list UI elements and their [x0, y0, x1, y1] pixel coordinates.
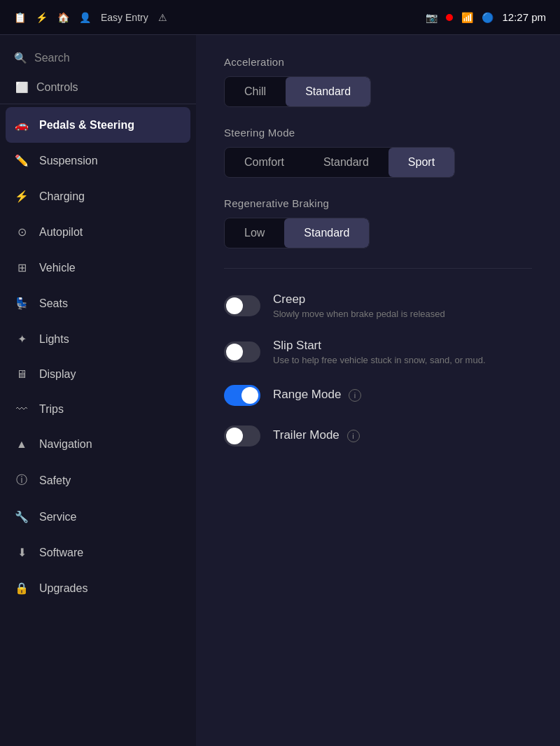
record-dot [446, 14, 453, 21]
slip-start-desc: Use to help free vehicle stuck in snow, … [273, 355, 532, 365]
bluetooth-icon: 🔵 [482, 12, 493, 23]
search-bar[interactable]: 🔍 Search [0, 42, 196, 74]
steering-sport-btn[interactable]: Sport [388, 148, 454, 177]
regen-braking-section: Regenerative Braking Low Standard [224, 197, 532, 248]
steering-mode-title: Steering Mode [224, 127, 532, 139]
seats-icon: 💺 [14, 297, 29, 310]
seats-label: Seats [39, 297, 68, 310]
lights-label: Lights [39, 333, 69, 346]
acceleration-btn-group: Chill Standard [224, 76, 371, 107]
slip-start-toggle[interactable] [224, 342, 260, 363]
search-icon: 🔍 [14, 52, 27, 64]
sidebar-item-charging[interactable]: ⚡ Charging [0, 178, 196, 214]
slip-start-label: Slip Start [273, 339, 532, 353]
main-content: 🔍 Search ⬜ Controls 🚗 Pedals & Steering … [0, 35, 560, 746]
acceleration-section: Acceleration Chill Standard [224, 56, 532, 107]
acceleration-chill-btn[interactable]: Chill [225, 77, 286, 106]
suspension-label: Suspension [39, 155, 98, 167]
sidebar-item-safety[interactable]: ⓘ Safety [0, 462, 196, 499]
regen-standard-btn[interactable]: Standard [284, 218, 369, 248]
acceleration-standard-btn[interactable]: Standard [286, 77, 370, 106]
navigation-icon: ▲ [14, 438, 29, 451]
charging-icon: ⚡ [14, 190, 29, 203]
status-right: 📷 📶 🔵 12:27 pm [426, 11, 546, 23]
controls-label: Controls [36, 81, 78, 94]
sidebar-item-autopilot[interactable]: ⊙ Autopilot [0, 214, 196, 250]
regen-braking-title: Regenerative Braking [224, 197, 532, 209]
sidebar-item-suspension[interactable]: ✏️ Suspension [0, 143, 196, 178]
sidebar: 🔍 Search ⬜ Controls 🚗 Pedals & Steering … [0, 35, 196, 746]
steering-comfort-btn[interactable]: Comfort [225, 148, 304, 177]
person-icon: 👤 [79, 12, 91, 23]
main-panel: Acceleration Chill Standard Steering Mod… [196, 35, 560, 746]
home-icon: 🏠 [57, 12, 69, 23]
software-icon: ⬇ [14, 546, 29, 559]
software-label: Software [39, 547, 83, 559]
creep-toggle[interactable] [224, 295, 260, 316]
slip-start-toggle-row: Slip Start Use to help free vehicle stuc… [224, 329, 532, 375]
service-label: Service [39, 511, 76, 523]
trailer-mode-label: Trailer Mode i [273, 428, 532, 442]
creep-label: Creep [273, 293, 532, 307]
sidebar-item-software[interactable]: ⬇ Software [0, 535, 196, 570]
pedals-icon: 🚗 [14, 118, 29, 132]
sidebar-item-seats[interactable]: 💺 Seats [0, 286, 196, 321]
clock: 12:27 pm [502, 11, 546, 23]
steering-standard-btn[interactable]: Standard [304, 148, 388, 177]
navigation-label: Navigation [39, 438, 92, 451]
autopilot-label: Autopilot [39, 226, 83, 239]
sidebar-divider [0, 104, 196, 104]
pedals-label: Pedals & Steering [39, 119, 134, 132]
camera-icon: 📷 [426, 12, 438, 23]
status-bar: 📋 ⚡ 🏠 👤 Easy Entry ⚠ 📷 📶 🔵 12:27 pm [0, 0, 560, 35]
section-divider-1 [224, 268, 532, 269]
sidebar-item-service[interactable]: 🔧 Service [0, 499, 196, 535]
creep-info: Creep Slowly move when brake pedal is re… [273, 293, 532, 319]
service-icon: 🔧 [14, 510, 29, 523]
range-mode-info-icon[interactable]: i [349, 389, 361, 402]
lightning-icon: ⚡ [36, 12, 48, 23]
controls-item[interactable]: ⬜ Controls [0, 74, 196, 101]
search-label: Search [34, 52, 70, 64]
display-label: Display [39, 368, 76, 381]
acceleration-title: Acceleration [224, 56, 532, 68]
clipboard-icon: 📋 [14, 12, 26, 23]
safety-label: Safety [39, 474, 71, 487]
slip-start-info: Slip Start Use to help free vehicle stuc… [273, 339, 532, 365]
trailer-mode-toggle[interactable] [224, 425, 260, 446]
sidebar-item-display[interactable]: 🖥 Display [0, 357, 196, 392]
autopilot-icon: ⊙ [14, 225, 29, 239]
trailer-mode-info: Trailer Mode i [273, 428, 532, 444]
suspension-icon: ✏️ [14, 154, 29, 167]
trips-label: Trips [39, 403, 64, 416]
creep-desc: Slowly move when brake pedal is released [273, 309, 532, 319]
sidebar-item-upgrades[interactable]: 🔒 Upgrades [0, 570, 196, 606]
lights-icon: ✦ [14, 332, 29, 346]
vehicle-icon: ⊞ [14, 261, 29, 274]
creep-toggle-row: Creep Slowly move when brake pedal is re… [224, 283, 532, 329]
range-mode-info: Range Mode i [273, 388, 532, 404]
sidebar-item-pedals[interactable]: 🚗 Pedals & Steering [6, 107, 190, 143]
steering-mode-btn-group: Comfort Standard Sport [224, 147, 455, 178]
trips-icon: 〰 [14, 403, 29, 416]
display-icon: 🖥 [14, 368, 29, 381]
range-mode-toggle[interactable] [224, 385, 260, 406]
sidebar-item-vehicle[interactable]: ⊞ Vehicle [0, 250, 196, 286]
range-mode-label: Range Mode i [273, 388, 532, 402]
steering-mode-section: Steering Mode Comfort Standard Sport [224, 127, 532, 178]
sidebar-item-lights[interactable]: ✦ Lights [0, 321, 196, 357]
sidebar-item-navigation[interactable]: ▲ Navigation [0, 427, 196, 462]
easy-entry-label: Easy Entry [101, 12, 148, 23]
controls-icon: ⬜ [14, 81, 29, 94]
range-mode-toggle-row: Range Mode i [224, 375, 532, 416]
safety-icon: ⓘ [14, 473, 29, 488]
regen-braking-btn-group: Low Standard [224, 218, 370, 248]
charging-label: Charging [39, 190, 85, 203]
upgrades-label: Upgrades [39, 582, 88, 595]
trailer-mode-toggle-row: Trailer Mode i [224, 416, 532, 456]
trailer-mode-info-icon[interactable]: i [347, 430, 360, 442]
status-left: 📋 ⚡ 🏠 👤 Easy Entry ⚠ [14, 12, 167, 23]
regen-low-btn[interactable]: Low [225, 218, 284, 248]
sidebar-item-trips[interactable]: 〰 Trips [0, 392, 196, 427]
vehicle-label: Vehicle [39, 262, 76, 274]
